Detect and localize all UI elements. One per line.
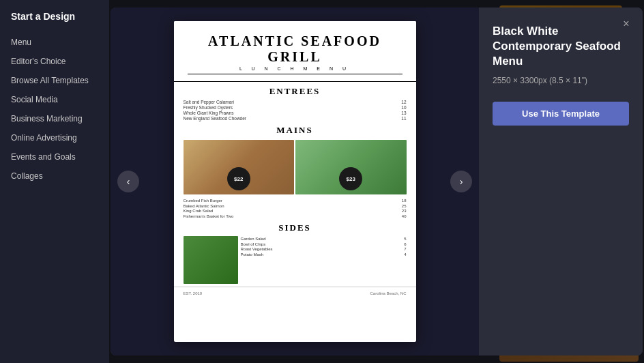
mains-photos-row: $22 $23 xyxy=(184,140,407,194)
sides-item-2: Bowl of Chips 6 xyxy=(241,242,407,246)
mains-title: MAINS xyxy=(184,125,407,136)
mains-photo-left: $22 xyxy=(184,140,295,194)
sidebar-item-social-media[interactable]: Social Media xyxy=(0,90,109,109)
entrees-title: ENTREES xyxy=(184,86,407,97)
modal-close-button[interactable]: × xyxy=(618,16,634,32)
entrees-section: ENTREES Salt and Pepper Calamari 12 Fres… xyxy=(174,86,416,121)
price-badge-right: $23 xyxy=(339,167,362,190)
mains-item-2: Baked Atlantic Salmon 25 xyxy=(184,204,407,208)
sidebar-item-business-marketing[interactable]: Business Marketing xyxy=(0,109,109,128)
entree-item-1: Salt and Pepper Calamari 12 xyxy=(184,100,407,104)
menu-type: L U N C H M E N U xyxy=(188,66,402,71)
sides-title: SIDES xyxy=(184,222,407,233)
modal-title: Black White Contemporary Seafood Menu xyxy=(493,24,629,69)
arrow-left-icon: ‹ xyxy=(127,176,130,187)
main-background: Start a Design Menu Editor's Choice Brow… xyxy=(0,0,644,363)
mains-photo-right: $23 xyxy=(295,140,407,194)
entree-item-3: Whole Giant King Prawns 13 xyxy=(184,111,407,115)
sidebar-title: Start a Design xyxy=(0,11,109,33)
modal-dimensions: 2550 × 3300px (8.5 × 11") xyxy=(493,76,629,85)
sidebar-item-events-goals[interactable]: Events and Goals xyxy=(0,147,109,166)
mains-item-1: Crumbed Fish Burger 18 xyxy=(184,199,407,203)
menu-footer: EST. 2010 Carolina Beach, NC xyxy=(174,287,416,301)
restaurant-name: ATLANTIC SEAFOOD GRILL xyxy=(188,33,402,65)
close-icon: × xyxy=(623,18,629,30)
entree-item-2: Freshly Shucked Oysters 10 xyxy=(184,105,407,110)
mains-item-3: King Crab Salad 23 xyxy=(184,209,407,213)
use-template-button[interactable]: Use This Template xyxy=(493,102,629,126)
sidebar-item-menu[interactable]: Menu xyxy=(0,33,109,52)
preview-next-button[interactable]: › xyxy=(450,171,472,192)
sidebar-item-online-advertising[interactable]: Online Advertising xyxy=(0,128,109,147)
sides-section: SIDES xyxy=(174,222,416,233)
modal-overlay: ‹ ATLANTIC SEAFOOD GRILL L U N C H M E N… xyxy=(109,0,644,363)
modal-info-panel: × Black White Contemporary Seafood Menu … xyxy=(479,8,643,355)
modal-preview-area: ‹ ATLANTIC SEAFOOD GRILL L U N C H M E N… xyxy=(111,8,479,355)
sidebar-item-editors-choice[interactable]: Editor's Choice xyxy=(0,52,109,71)
menu-header: ATLANTIC SEAFOOD GRILL L U N C H M E N U xyxy=(174,21,416,82)
sidebar-item-browse-all[interactable]: Browse All Templates xyxy=(0,71,109,90)
arrow-right-icon: › xyxy=(460,176,463,187)
sidebar: Start a Design Menu Editor's Choice Brow… xyxy=(0,0,109,363)
sides-photo xyxy=(184,236,238,284)
mains-item-4: Fisherman's Basket for Two 40 xyxy=(184,214,407,218)
sides-item-1: Garden Salad 5 xyxy=(241,237,407,241)
sides-item-4: Potato Mash 4 xyxy=(241,252,407,257)
price-badge-left: $22 xyxy=(227,167,250,190)
mains-items: Crumbed Fish Burger 18 Baked Atlantic Sa… xyxy=(174,199,416,218)
modal-container: ‹ ATLANTIC SEAFOOD GRILL L U N C H M E N… xyxy=(111,8,643,355)
sides-item-3: Roast Vegetables 7 xyxy=(241,247,407,251)
sides-items: Garden Salad 5 Bowl of Chips 6 Roast Veg… xyxy=(241,236,407,284)
footer-right: Carolina Beach, NC xyxy=(370,291,406,295)
entree-item-4: New England Seafood Chowder 11 xyxy=(184,116,407,121)
mains-section: MAINS xyxy=(174,125,416,136)
right-panel: Everything you need for your Thanksgivin… xyxy=(109,0,644,363)
sidebar-item-collages[interactable]: Collages xyxy=(0,166,109,186)
sides-row: Garden Salad 5 Bowl of Chips 6 Roast Veg… xyxy=(184,236,407,284)
footer-left: EST. 2010 xyxy=(184,291,203,295)
preview-prev-button[interactable]: ‹ xyxy=(117,171,139,192)
template-preview-card: ATLANTIC SEAFOOD GRILL L U N C H M E N U… xyxy=(174,21,416,342)
